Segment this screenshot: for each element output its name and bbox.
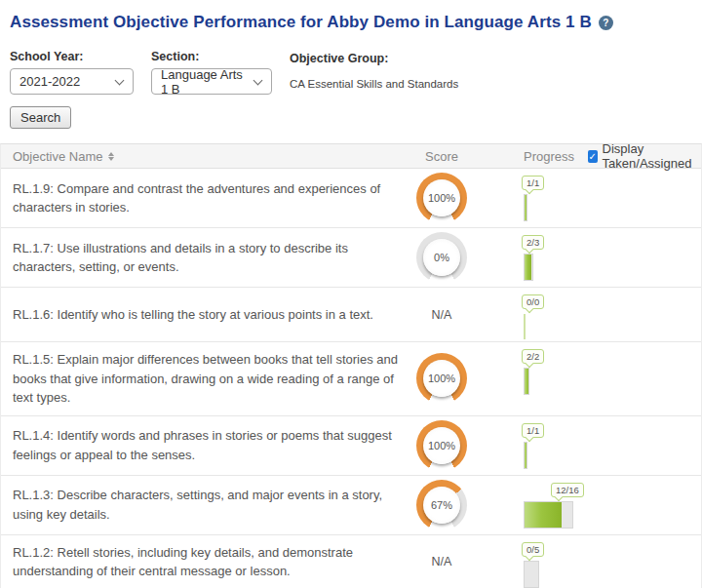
score-cell: 100% <box>399 342 485 415</box>
progress-callout: 0/5 <box>522 542 544 557</box>
objective-group-value: CA Essential Skills and Standards <box>290 78 458 90</box>
search-row: Search <box>0 95 702 129</box>
table-row: RL.1.6: Identify who is telling the stor… <box>1 288 701 342</box>
objective-text: RL.1.7: Use illustrations and details in… <box>13 239 399 277</box>
score-na: N/A <box>432 555 452 568</box>
score-cell: 100% <box>399 416 485 475</box>
progress-bar-fill <box>525 255 531 280</box>
table-row: RL.1.3: Describe characters, settings, a… <box>1 476 701 535</box>
progress-callout: 0/0 <box>522 294 544 309</box>
school-year-select[interactable]: 2021-2022 <box>10 68 134 95</box>
section-filter: Section: Language Arts 1 B <box>151 50 272 95</box>
filters-bar: School Year: 2021-2022 Section: Language… <box>0 32 702 95</box>
score-gauge: 100% <box>416 353 467 404</box>
table-row: RL.1.5: Explain major differences betwee… <box>1 342 701 416</box>
progress-bar <box>524 314 526 339</box>
objective-text: RL.1.2: Retell stories, including key de… <box>13 543 399 581</box>
page-header: Assessment Objective Performance for Abb… <box>0 0 702 32</box>
progress-bar <box>524 254 533 281</box>
table-row: RL.1.4: Identify words and phrases in st… <box>1 416 701 476</box>
progress-bar-fill <box>525 443 527 468</box>
score-value: 67% <box>423 487 460 524</box>
progress-cell: 2/3 <box>485 228 701 287</box>
table-row: RL.1.2: Retell stories, including key de… <box>1 535 701 588</box>
objective-text: RL.1.5: Explain major differences betwee… <box>13 350 399 408</box>
column-header-progress: Progress <box>524 149 574 164</box>
score-value: 100% <box>423 360 460 397</box>
score-cell: N/A <box>399 535 485 588</box>
score-gauge: 67% <box>416 480 467 530</box>
table-header: Objective Name Score Progress ✓ Display … <box>1 144 701 169</box>
score-cell: N/A <box>399 288 485 341</box>
section-label: Section: <box>151 50 272 63</box>
progress-cell: 0/5 <box>485 535 701 588</box>
help-icon[interactable]: ? <box>599 16 613 30</box>
chevron-down-icon <box>115 76 125 86</box>
progress-cell: 12/16 <box>485 476 701 534</box>
progress-bar <box>524 368 529 395</box>
progress-bar <box>524 442 527 469</box>
progress-callout: 1/1 <box>522 176 544 190</box>
progress-bar-fill <box>525 369 529 394</box>
progress-widget: 0/5 <box>524 542 582 588</box>
score-cell: 100% <box>399 169 485 227</box>
score-na: N/A <box>432 308 452 322</box>
progress-cell: 1/1 <box>485 169 701 227</box>
score-cell: 67% <box>399 476 485 534</box>
progress-cell: 2/2 <box>485 342 701 415</box>
column-header-score: Score <box>425 149 458 164</box>
search-button[interactable]: Search <box>10 106 71 129</box>
chevron-down-icon <box>254 76 263 86</box>
progress-widget: 1/1 <box>524 423 582 470</box>
score-value: 100% <box>423 427 460 464</box>
objective-group-label: Objective Group: <box>290 52 458 65</box>
progress-widget: 12/16 <box>524 483 582 529</box>
display-taken-assigned-toggle[interactable]: ✓ Display Taken/Assigned <box>588 141 701 171</box>
objective-text: RL.1.6: Identify who is telling the stor… <box>13 305 373 325</box>
progress-callout: 2/3 <box>522 235 544 250</box>
school-year-value: 2021-2022 <box>20 74 80 89</box>
score-gauge: 100% <box>416 173 467 223</box>
score-gauge: 100% <box>416 420 467 471</box>
progress-bar <box>524 194 527 221</box>
objective-text: RL.1.3: Describe characters, settings, a… <box>13 486 399 524</box>
column-header-objective-name[interactable]: Objective Name <box>13 149 399 164</box>
score-value: 0% <box>423 239 460 276</box>
progress-cell: 0/0 <box>485 288 701 341</box>
section-select[interactable]: Language Arts 1 B <box>151 68 272 95</box>
sort-icon[interactable] <box>108 152 114 161</box>
progress-callout: 1/1 <box>522 423 544 438</box>
table-body: RL.1.9: Compare and contrast the adventu… <box>1 169 701 588</box>
section-value: Language Arts 1 B <box>161 67 246 97</box>
progress-bar-fill <box>525 195 527 220</box>
objective-text: RL.1.4: Identify words and phrases in st… <box>13 426 399 464</box>
score-value: 100% <box>423 179 460 216</box>
display-taken-assigned-checkbox[interactable]: ✓ <box>588 150 598 163</box>
progress-callout: 12/16 <box>551 483 584 497</box>
objective-text: RL.1.9: Compare and contrast the adventu… <box>13 179 399 217</box>
progress-callout: 2/2 <box>522 349 544 364</box>
progress-bar <box>524 561 539 588</box>
progress-bar <box>524 501 573 529</box>
progress-widget: 1/1 <box>524 176 582 222</box>
objectives-table: Objective Name Score Progress ✓ Display … <box>0 143 702 588</box>
table-row: RL.1.7: Use illustrations and details in… <box>1 228 701 288</box>
page-title: Assessment Objective Performance for Abb… <box>10 13 592 32</box>
progress-widget: 2/2 <box>524 349 582 396</box>
progress-widget: 2/3 <box>524 235 582 282</box>
progress-widget: 0/0 <box>524 294 582 341</box>
school-year-filter: School Year: 2021-2022 <box>10 50 134 95</box>
table-row: RL.1.9: Compare and contrast the adventu… <box>1 169 701 228</box>
progress-cell: 1/1 <box>485 416 701 475</box>
score-gauge: 0% <box>416 232 467 283</box>
objective-group: Objective Group: CA Essential Skills and… <box>290 50 458 95</box>
score-cell: 0% <box>399 228 485 287</box>
school-year-label: School Year: <box>10 50 134 63</box>
display-taken-assigned-label: Display Taken/Assigned <box>603 141 701 171</box>
progress-bar-fill <box>525 502 562 528</box>
